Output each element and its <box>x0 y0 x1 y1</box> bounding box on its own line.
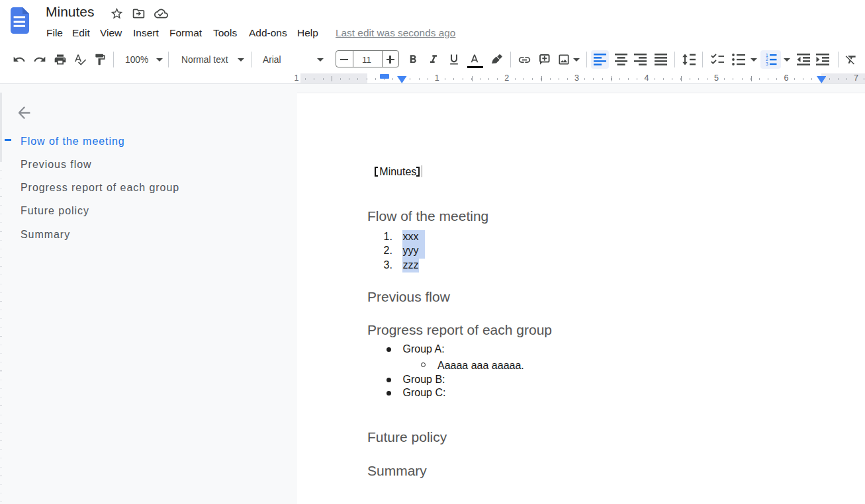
svg-text:3: 3 <box>766 62 768 65</box>
